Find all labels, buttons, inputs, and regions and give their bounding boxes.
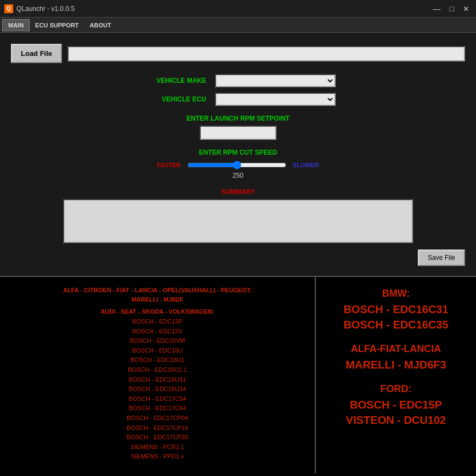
menu-bar: MAIN ECU SUPPORT ABOUT: [0, 18, 476, 33]
ford-ecu-2: VISTEON - DCU102: [325, 412, 467, 428]
ecu-list-item: BOSCH - EDC17C64: [11, 404, 304, 413]
app-title: QLaunchr - v1.0.0.5: [16, 5, 75, 13]
file-row: Load File: [11, 44, 465, 63]
ecu-right-panel: BMW: BOSCH - EDC16C31 BOSCH - EDC16C35 A…: [316, 277, 476, 473]
rpm-cut-slider[interactable]: [188, 161, 286, 169]
save-row: Save File: [11, 250, 465, 270]
menu-item-ecu-support[interactable]: ECU SUPPORT: [30, 20, 84, 31]
vehicle-ecu-select[interactable]: [215, 93, 336, 106]
ford-ecu-1: BOSCH - EDC15P: [325, 397, 467, 412]
summary-section: SUMMARY: [11, 188, 465, 243]
bmw-ecu-2: BOSCH - EDC16C35: [325, 317, 467, 332]
title-bar: Q QLaunchr - v1.0.0.5 — □ ✕: [0, 0, 476, 18]
alfa-title: ALFA-FIAT-LANCIA: [325, 343, 467, 355]
close-button[interactable]: ✕: [461, 4, 472, 13]
slider-row: FASTER SLOWER: [157, 161, 319, 169]
ecu-list-item: SIEMENS - PCR2.1: [11, 443, 304, 452]
save-file-button[interactable]: Save File: [418, 250, 465, 266]
alfa-ecu-1: MARELLI - MJD6F3: [325, 357, 467, 372]
ecu-list-item: BOSCH - EDC16U1: [11, 355, 304, 365]
menu-item-main[interactable]: MAIN: [2, 19, 30, 31]
alfa-brand-section: ALFA-FIAT-LANCIA MARELLI - MJD6F3: [325, 343, 467, 372]
rpm-setpoint-section: ENTER LAUNCH RPM SETPOINT: [11, 115, 465, 140]
ecu-list-item: BOSCH - EDC17C54: [11, 394, 304, 404]
vehicle-ecu-label: VEHICLE ECU: [140, 95, 206, 103]
vehicle-ecu-row: VEHICLE ECU: [140, 93, 336, 106]
rpm-cut-speed-label: ENTER RPM CUT SPEED: [199, 149, 277, 156]
bottom-panel: ALFA - CITROEN - FIAT - LANCIA - OPEL(VA…: [0, 276, 476, 473]
summary-box: [63, 199, 413, 243]
ecu-header: ALFA - CITROEN - FIAT - LANCIA - OPEL(VA…: [11, 286, 304, 304]
summary-label: SUMMARY: [221, 188, 255, 196]
ecu-list-item: BOSCH - EDC17CP20: [11, 433, 304, 443]
bmw-title: BMW:: [325, 288, 467, 299]
load-file-button[interactable]: Load File: [11, 44, 62, 63]
ecu-items-list: BOSCH - EDC15PBOSCH - EDC15VBOSCH - EDC1…: [11, 317, 304, 462]
ford-title: FORD:: [325, 383, 467, 395]
ecu-list-item: BOSCH - EDC15VM: [11, 336, 304, 346]
ecu-group-title-vag: AUDI - SEAT - SKODA - VOLKSWAGEN:: [11, 308, 304, 315]
faster-label: FASTER: [157, 162, 180, 168]
maximize-button[interactable]: □: [447, 4, 456, 13]
file-path-input[interactable]: [67, 46, 465, 61]
ecu-list-item: BOSCH - EDC17CP04: [11, 413, 304, 423]
app-icon: Q: [4, 4, 13, 13]
vehicle-make-select[interactable]: [215, 74, 336, 87]
vehicle-make-row: VEHICLE MAKE: [140, 74, 336, 87]
ford-brand-section: FORD: BOSCH - EDC15P VISTEON - DCU102: [325, 383, 467, 428]
ecu-list-item: BOSCH - EDC15V: [11, 327, 304, 337]
bmw-ecu-1: BOSCH - EDC16C31: [325, 302, 467, 317]
vehicle-form: VEHICLE MAKE VEHICLE ECU: [11, 74, 465, 106]
ecu-list-item: BOSCH - EDC17CP14: [11, 423, 304, 433]
rpm-setpoint-label: ENTER LAUNCH RPM SETPOINT: [186, 115, 290, 122]
ecu-list-item: SIEMENS - PPD1.x: [11, 452, 304, 462]
ecu-list-item: BOSCH - EDC16U31: [11, 375, 304, 385]
slider-value-display: 250: [233, 172, 243, 179]
ecu-list-item: BOSCH - EDC15P: [11, 317, 304, 327]
bmw-brand-section: BMW: BOSCH - EDC16C31 BOSCH - EDC16C35: [325, 288, 467, 332]
ecu-list-item: BOSCH - EDC16U2.1: [11, 365, 304, 375]
ecu-list-item: BOSCH - EDC16U: [11, 346, 304, 356]
rpm-cut-speed-section: ENTER RPM CUT SPEED FASTER SLOWER 250: [11, 149, 465, 179]
vehicle-make-label: VEHICLE MAKE: [140, 77, 206, 84]
main-area: Load File VEHICLE MAKE VEHICLE ECU ENTER…: [0, 33, 476, 276]
ecu-list-item: BOSCH - EDC16U34: [11, 384, 304, 394]
window-controls: — □ ✕: [431, 4, 472, 13]
rpm-setpoint-input[interactable]: [200, 126, 276, 140]
slower-label: SLOWER: [293, 162, 319, 168]
ecu-list-panel[interactable]: ALFA - CITROEN - FIAT - LANCIA - OPEL(VA…: [0, 277, 316, 473]
menu-item-about[interactable]: ABOUT: [84, 20, 117, 31]
minimize-button[interactable]: —: [431, 4, 443, 13]
